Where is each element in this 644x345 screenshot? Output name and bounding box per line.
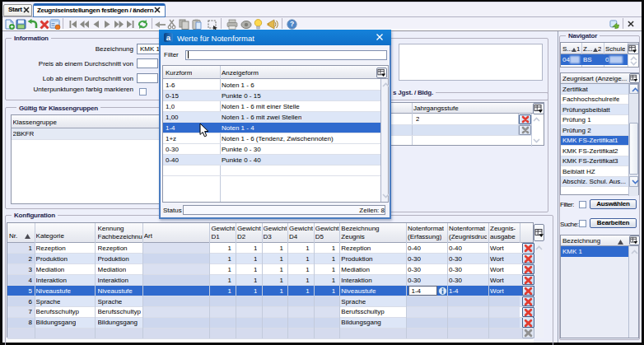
svg-text:?: ? <box>290 20 294 28</box>
